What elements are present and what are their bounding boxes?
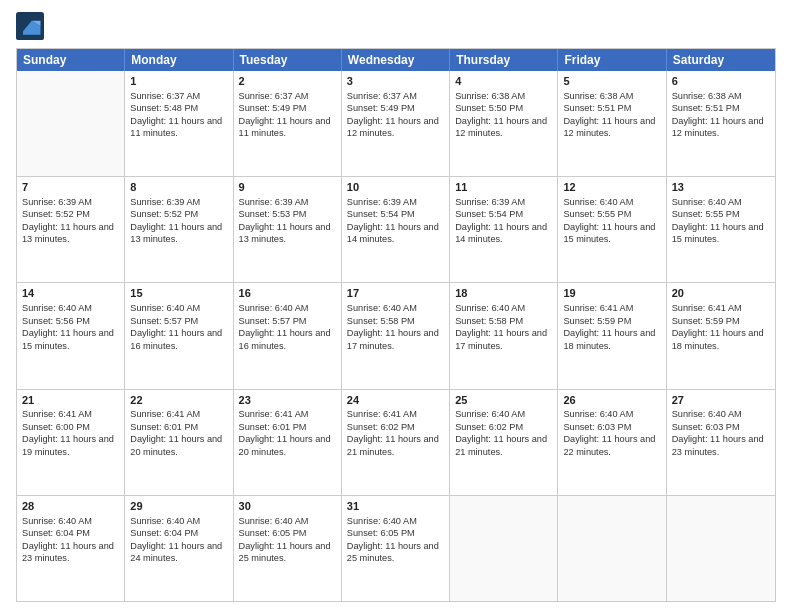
sunset-text: Sunset: 5:51 PM [672, 102, 770, 114]
daylight-text: Daylight: 11 hours and 15 minutes. [22, 327, 119, 352]
daylight-text: Daylight: 11 hours and 12 minutes. [563, 115, 660, 140]
day-number: 17 [347, 286, 444, 301]
day-cell-30: 30Sunrise: 6:40 AMSunset: 6:05 PMDayligh… [234, 496, 342, 601]
sunset-text: Sunset: 6:05 PM [347, 527, 444, 539]
week-row-1: 7Sunrise: 6:39 AMSunset: 5:52 PMDaylight… [17, 177, 775, 283]
sunrise-text: Sunrise: 6:39 AM [130, 196, 227, 208]
day-number: 1 [130, 74, 227, 89]
daylight-text: Daylight: 11 hours and 25 minutes. [347, 540, 444, 565]
day-number: 27 [672, 393, 770, 408]
sunrise-text: Sunrise: 6:40 AM [239, 302, 336, 314]
header-day-monday: Monday [125, 49, 233, 71]
header-day-wednesday: Wednesday [342, 49, 450, 71]
sunset-text: Sunset: 5:49 PM [347, 102, 444, 114]
sunrise-text: Sunrise: 6:39 AM [239, 196, 336, 208]
sunset-text: Sunset: 5:54 PM [455, 208, 552, 220]
day-cell-6: 6Sunrise: 6:38 AMSunset: 5:51 PMDaylight… [667, 71, 775, 176]
sunrise-text: Sunrise: 6:40 AM [563, 196, 660, 208]
sunrise-text: Sunrise: 6:41 AM [672, 302, 770, 314]
day-number: 16 [239, 286, 336, 301]
sunset-text: Sunset: 6:00 PM [22, 421, 119, 433]
day-cell-15: 15Sunrise: 6:40 AMSunset: 5:57 PMDayligh… [125, 283, 233, 388]
day-cell-16: 16Sunrise: 6:40 AMSunset: 5:57 PMDayligh… [234, 283, 342, 388]
daylight-text: Daylight: 11 hours and 21 minutes. [455, 433, 552, 458]
header [16, 12, 776, 40]
daylight-text: Daylight: 11 hours and 13 minutes. [239, 221, 336, 246]
day-number: 13 [672, 180, 770, 195]
daylight-text: Daylight: 11 hours and 11 minutes. [130, 115, 227, 140]
day-cell-18: 18Sunrise: 6:40 AMSunset: 5:58 PMDayligh… [450, 283, 558, 388]
week-row-3: 21Sunrise: 6:41 AMSunset: 6:00 PMDayligh… [17, 390, 775, 496]
day-number: 21 [22, 393, 119, 408]
daylight-text: Daylight: 11 hours and 23 minutes. [672, 433, 770, 458]
daylight-text: Daylight: 11 hours and 12 minutes. [347, 115, 444, 140]
day-number: 6 [672, 74, 770, 89]
sunset-text: Sunset: 5:53 PM [239, 208, 336, 220]
daylight-text: Daylight: 11 hours and 15 minutes. [672, 221, 770, 246]
header-day-saturday: Saturday [667, 49, 775, 71]
sunset-text: Sunset: 6:02 PM [455, 421, 552, 433]
day-cell-31: 31Sunrise: 6:40 AMSunset: 6:05 PMDayligh… [342, 496, 450, 601]
logo-icon [16, 12, 44, 40]
day-cell-4: 4Sunrise: 6:38 AMSunset: 5:50 PMDaylight… [450, 71, 558, 176]
day-cell-9: 9Sunrise: 6:39 AMSunset: 5:53 PMDaylight… [234, 177, 342, 282]
daylight-text: Daylight: 11 hours and 14 minutes. [347, 221, 444, 246]
day-cell-3: 3Sunrise: 6:37 AMSunset: 5:49 PMDaylight… [342, 71, 450, 176]
day-number: 15 [130, 286, 227, 301]
sunset-text: Sunset: 5:56 PM [22, 315, 119, 327]
week-row-2: 14Sunrise: 6:40 AMSunset: 5:56 PMDayligh… [17, 283, 775, 389]
week-row-0: 1Sunrise: 6:37 AMSunset: 5:48 PMDaylight… [17, 71, 775, 177]
sunset-text: Sunset: 5:59 PM [672, 315, 770, 327]
empty-cell-4-5 [558, 496, 666, 601]
sunrise-text: Sunrise: 6:37 AM [239, 90, 336, 102]
sunrise-text: Sunrise: 6:40 AM [239, 515, 336, 527]
daylight-text: Daylight: 11 hours and 20 minutes. [239, 433, 336, 458]
daylight-text: Daylight: 11 hours and 16 minutes. [239, 327, 336, 352]
empty-cell-4-4 [450, 496, 558, 601]
sunset-text: Sunset: 6:02 PM [347, 421, 444, 433]
sunrise-text: Sunrise: 6:41 AM [347, 408, 444, 420]
daylight-text: Daylight: 11 hours and 18 minutes. [563, 327, 660, 352]
calendar-header: SundayMondayTuesdayWednesdayThursdayFrid… [17, 49, 775, 71]
sunrise-text: Sunrise: 6:38 AM [563, 90, 660, 102]
day-cell-1: 1Sunrise: 6:37 AMSunset: 5:48 PMDaylight… [125, 71, 233, 176]
day-cell-10: 10Sunrise: 6:39 AMSunset: 5:54 PMDayligh… [342, 177, 450, 282]
sunset-text: Sunset: 5:48 PM [130, 102, 227, 114]
day-number: 20 [672, 286, 770, 301]
day-cell-14: 14Sunrise: 6:40 AMSunset: 5:56 PMDayligh… [17, 283, 125, 388]
daylight-text: Daylight: 11 hours and 19 minutes. [22, 433, 119, 458]
sunrise-text: Sunrise: 6:39 AM [347, 196, 444, 208]
sunrise-text: Sunrise: 6:39 AM [22, 196, 119, 208]
sunset-text: Sunset: 6:04 PM [22, 527, 119, 539]
sunrise-text: Sunrise: 6:40 AM [22, 302, 119, 314]
day-number: 29 [130, 499, 227, 514]
day-number: 4 [455, 74, 552, 89]
sunset-text: Sunset: 6:03 PM [672, 421, 770, 433]
sunrise-text: Sunrise: 6:41 AM [22, 408, 119, 420]
daylight-text: Daylight: 11 hours and 17 minutes. [455, 327, 552, 352]
empty-cell-4-6 [667, 496, 775, 601]
day-number: 18 [455, 286, 552, 301]
sunset-text: Sunset: 5:57 PM [239, 315, 336, 327]
day-number: 2 [239, 74, 336, 89]
day-cell-23: 23Sunrise: 6:41 AMSunset: 6:01 PMDayligh… [234, 390, 342, 495]
day-cell-24: 24Sunrise: 6:41 AMSunset: 6:02 PMDayligh… [342, 390, 450, 495]
day-number: 30 [239, 499, 336, 514]
sunrise-text: Sunrise: 6:40 AM [130, 515, 227, 527]
daylight-text: Daylight: 11 hours and 12 minutes. [672, 115, 770, 140]
day-cell-21: 21Sunrise: 6:41 AMSunset: 6:00 PMDayligh… [17, 390, 125, 495]
sunrise-text: Sunrise: 6:41 AM [563, 302, 660, 314]
day-cell-29: 29Sunrise: 6:40 AMSunset: 6:04 PMDayligh… [125, 496, 233, 601]
daylight-text: Daylight: 11 hours and 23 minutes. [22, 540, 119, 565]
header-day-sunday: Sunday [17, 49, 125, 71]
empty-cell-0-0 [17, 71, 125, 176]
day-cell-28: 28Sunrise: 6:40 AMSunset: 6:04 PMDayligh… [17, 496, 125, 601]
daylight-text: Daylight: 11 hours and 18 minutes. [672, 327, 770, 352]
day-cell-26: 26Sunrise: 6:40 AMSunset: 6:03 PMDayligh… [558, 390, 666, 495]
daylight-text: Daylight: 11 hours and 20 minutes. [130, 433, 227, 458]
daylight-text: Daylight: 11 hours and 12 minutes. [455, 115, 552, 140]
sunrise-text: Sunrise: 6:40 AM [347, 302, 444, 314]
day-cell-13: 13Sunrise: 6:40 AMSunset: 5:55 PMDayligh… [667, 177, 775, 282]
sunset-text: Sunset: 6:05 PM [239, 527, 336, 539]
day-cell-2: 2Sunrise: 6:37 AMSunset: 5:49 PMDaylight… [234, 71, 342, 176]
